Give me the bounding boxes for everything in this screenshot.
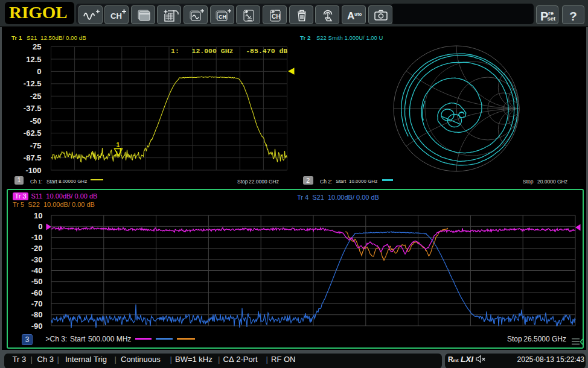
svg-text:CH: CH bbox=[272, 13, 280, 20]
svg-text:CH: CH bbox=[110, 11, 122, 21]
svg-text:uto: uto bbox=[354, 11, 362, 17]
svg-text:CH: CH bbox=[219, 14, 226, 20]
svg-text:A: A bbox=[347, 10, 354, 22]
svg-text:set: set bbox=[547, 15, 556, 22]
svg-text:?: ? bbox=[569, 9, 577, 23]
